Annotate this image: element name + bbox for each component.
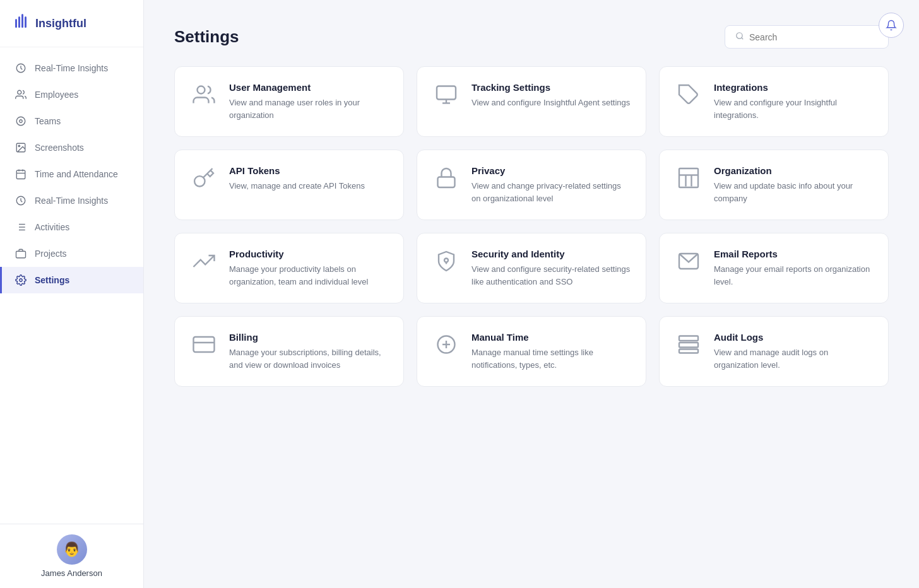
svg-rect-31	[679, 168, 698, 187]
card-privacy[interactable]: Privacy View and change privacy-related …	[417, 150, 646, 220]
svg-point-9	[18, 145, 20, 146]
sidebar-item-projects[interactable]: Projects	[0, 240, 143, 267]
card-title: Security and Identity	[471, 249, 631, 259]
sidebar-nav: Real-Time Insights Employees Teams Scree…	[0, 47, 143, 524]
sidebar: Insightful Real-Time Insights Employees …	[0, 0, 144, 588]
settings-grid: User Management View and manage user rol…	[174, 66, 889, 387]
nav-label: Settings	[35, 275, 69, 285]
svg-rect-43	[679, 336, 698, 341]
nav-label: Activities	[35, 222, 69, 232]
card-desc: View and change privacy-related settings…	[471, 180, 631, 204]
card-title: Privacy	[471, 165, 631, 176]
card-title: API Tokens	[229, 165, 388, 176]
shield-icon	[432, 249, 460, 276]
card-billing[interactable]: Billing Manage your subscriptions, billi…	[174, 316, 404, 387]
card-desc: View and configure security-related sett…	[471, 263, 631, 288]
card-desc: View and configure your Insightful integ…	[714, 97, 873, 121]
card-desc: View and update basic info about your co…	[714, 180, 873, 204]
nav-label: Time and Attendance	[35, 169, 118, 179]
card-productivity[interactable]: Productivity Manage your productivity la…	[174, 233, 404, 303]
sidebar-item-settings[interactable]: Settings	[0, 267, 143, 293]
trending-up-icon	[190, 249, 218, 276]
clock-icon-2	[15, 194, 27, 207]
page-header: Settings	[174, 25, 889, 49]
card-desc: View and manage user roles in your organ…	[229, 97, 388, 121]
svg-point-22	[20, 279, 23, 282]
teams-icon	[15, 115, 27, 127]
card-title: Email Reports	[714, 249, 873, 259]
card-desc: View and configure Insightful Agent sett…	[471, 97, 631, 109]
svg-point-23	[737, 33, 742, 38]
image-icon	[15, 141, 27, 154]
card-manual-time[interactable]: Manual Time Manage manual time settings …	[417, 316, 646, 387]
nav-label: Projects	[35, 249, 67, 259]
credit-card-icon	[190, 332, 218, 360]
svg-point-35	[444, 259, 448, 262]
briefcase-icon	[15, 247, 27, 260]
envelope-icon	[675, 249, 703, 276]
svg-rect-44	[679, 343, 698, 348]
sidebar-item-employees[interactable]: Employees	[0, 81, 143, 108]
users-icon	[15, 88, 27, 101]
card-title: Audit Logs	[714, 332, 873, 343]
sidebar-item-activities[interactable]: Activities	[0, 214, 143, 240]
svg-rect-26	[437, 86, 456, 100]
top-bar	[879, 13, 904, 38]
svg-rect-3	[25, 16, 27, 28]
gear-icon	[15, 274, 27, 286]
svg-rect-0	[15, 19, 17, 28]
list-icon	[15, 221, 27, 233]
svg-rect-21	[16, 251, 26, 258]
page-title: Settings	[174, 27, 239, 47]
card-user-management[interactable]: User Management View and manage user rol…	[174, 66, 404, 137]
card-title: User Management	[229, 82, 388, 93]
user-name: James Anderson	[41, 568, 102, 578]
svg-rect-30	[438, 177, 455, 188]
logo[interactable]: Insightful	[0, 0, 143, 47]
puzzle-icon	[675, 82, 703, 110]
card-audit-logs[interactable]: Audit Logs View and manage audit logs on…	[659, 316, 889, 387]
content-area: Settings User Management View and manage…	[144, 0, 919, 412]
sidebar-item-real-time-insights-1[interactable]: Real-Time Insights	[0, 55, 143, 81]
avatar: 👨	[57, 534, 87, 565]
main-content: Settings User Management View and manage…	[144, 0, 919, 588]
card-title: Manual Time	[471, 332, 631, 343]
card-security-identity[interactable]: Security and Identity View and configure…	[417, 233, 646, 303]
notification-button[interactable]	[879, 13, 904, 38]
card-tracking-settings[interactable]: Tracking Settings View and configure Ins…	[417, 66, 646, 137]
card-integrations[interactable]: Integrations View and configure your Ins…	[659, 66, 889, 137]
svg-point-7	[20, 120, 23, 123]
users-card-icon	[190, 82, 218, 110]
svg-point-6	[16, 117, 25, 126]
search-box[interactable]	[725, 25, 889, 49]
svg-rect-38	[194, 337, 215, 352]
nav-label: Real-Time Insights	[35, 63, 108, 73]
card-desc: View, manage and create API Tokens	[229, 180, 388, 192]
card-desc: Manage manual time settings like notific…	[471, 346, 631, 371]
card-api-tokens[interactable]: API Tokens View, manage and create API T…	[174, 150, 404, 220]
sidebar-item-real-time-insights-2[interactable]: Real-Time Insights	[0, 187, 143, 214]
logo-icon	[13, 13, 30, 34]
building-icon	[675, 165, 703, 193]
audit-icon	[675, 332, 703, 360]
clock-plus-icon	[432, 332, 460, 360]
sidebar-item-time-attendance[interactable]: Time and Attendance	[0, 161, 143, 187]
clock-icon	[15, 62, 27, 74]
nav-label: Employees	[35, 90, 78, 100]
svg-point-5	[18, 90, 21, 94]
card-title: Productivity	[229, 249, 388, 259]
calendar-icon	[15, 168, 27, 180]
card-title: Tracking Settings	[471, 82, 631, 93]
card-desc: Manage your email reports on organizatio…	[714, 263, 873, 288]
card-email-reports[interactable]: Email Reports Manage your email reports …	[659, 233, 889, 303]
card-organization[interactable]: Organization View and update basic info …	[659, 150, 889, 220]
search-input[interactable]	[749, 32, 878, 42]
user-footer: 👨 James Anderson	[0, 524, 143, 588]
card-title: Integrations	[714, 82, 873, 93]
search-icon	[735, 32, 744, 42]
sidebar-item-screenshots[interactable]: Screenshots	[0, 134, 143, 161]
key-icon	[190, 165, 218, 193]
svg-rect-10	[16, 170, 25, 179]
card-title: Organization	[714, 165, 873, 176]
sidebar-item-teams[interactable]: Teams	[0, 108, 143, 134]
